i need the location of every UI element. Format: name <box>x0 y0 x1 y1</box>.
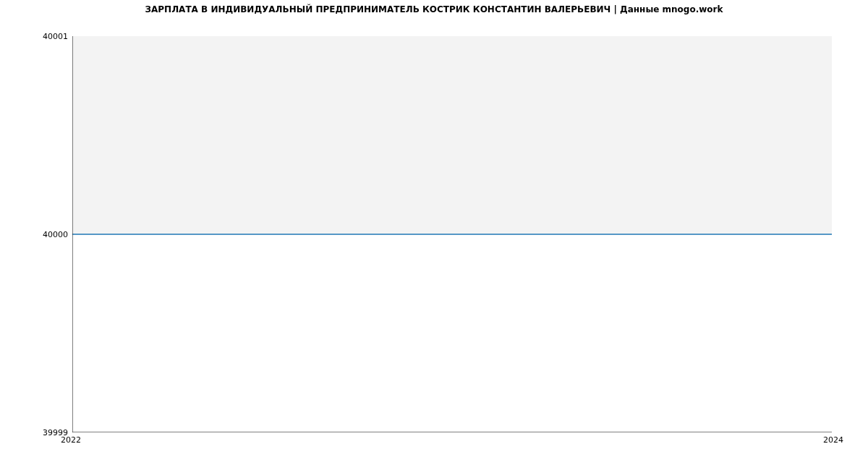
fill-under-line <box>72 36 832 234</box>
chart-container: ЗАРПЛАТА В ИНДИВИДУАЛЬНЫЙ ПРЕДПРИНИМАТЕЛ… <box>0 0 868 470</box>
plot-svg <box>72 36 832 432</box>
chart-title: ЗАРПЛАТА В ИНДИВИДУАЛЬНЫЙ ПРЕДПРИНИМАТЕЛ… <box>0 4 868 14</box>
y-tick-label: 40000 <box>25 230 68 239</box>
plot-area <box>72 36 832 432</box>
x-tick-label: 2024 <box>823 435 843 445</box>
x-tick-label: 2022 <box>61 435 81 445</box>
y-tick-label: 40001 <box>25 32 68 41</box>
